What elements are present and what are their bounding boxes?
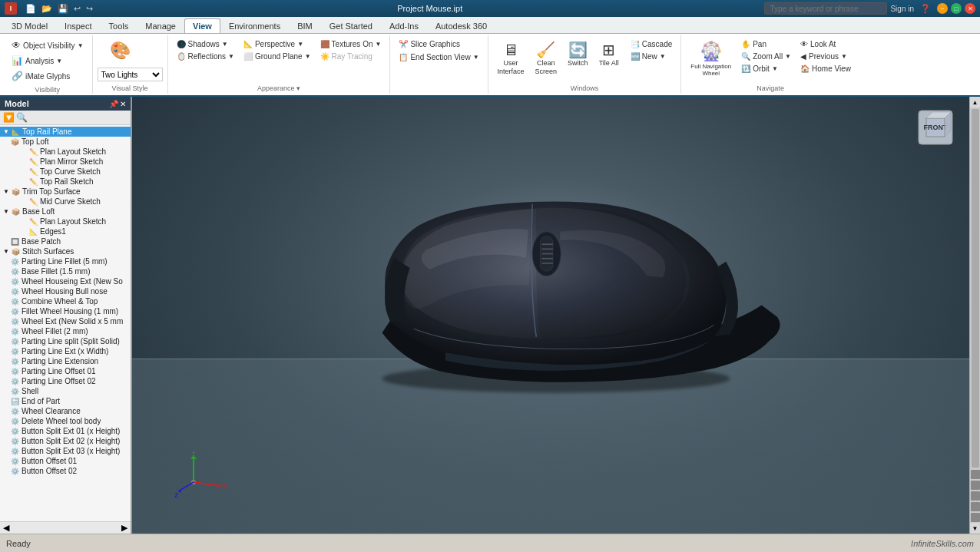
tree-item[interactable]: ✏️Plan Layout Sketch [0,217,131,226]
home-view-button[interactable]: 🏠 Home View [796,63,855,74]
tree-item[interactable]: 📐Edges1 [0,226,131,236]
full-nav-wheel-button[interactable]: 🎡 Full NavigationWheel [686,38,736,80]
expand-icon[interactable]: ▼ [3,128,11,135]
tree-item[interactable]: ▼📦Stitch Surfaces [0,246,131,256]
tree-item[interactable]: ▼📐Top Rail Plane [0,127,131,137]
scroll-right-icon[interactable]: ▶ [121,523,127,533]
panel-close-icon[interactable]: ✕ [120,100,126,108]
textures-button[interactable]: 🟫 Textures On ▼ [316,38,386,50]
ray-tracing-button[interactable]: ☀️ Ray Tracing [316,51,386,62]
tree-item[interactable]: ⚙️Fillet Wheel Housing (1 mm) [0,306,131,316]
tab-get-started[interactable]: Get Started [321,18,381,33]
tab-manage[interactable]: Manage [137,18,184,33]
help-icon[interactable]: ❓ [920,4,931,14]
viewport[interactable]: FRONT X Y Z [132,97,980,534]
shadows-button[interactable]: 🌑 Shadows ▼ [173,38,238,50]
orbit-button[interactable]: 🔃 Orbit ▼ [737,63,795,74]
tree-item[interactable]: ⚙️Parting Line Fillet (5 mm) [0,256,131,266]
tab-view[interactable]: View [184,18,220,33]
reflections-button[interactable]: 🪞 Reflections ▼ [173,51,238,62]
tree-item[interactable]: ⚙️Wheel Ext (New Solid x 5 mm [0,316,131,326]
tab-inspect[interactable]: Inspect [56,18,100,33]
tree-item[interactable]: ⚙️Base Fillet (1.5 mm) [0,266,131,276]
previous-button[interactable]: ◀ Previous ▼ [796,51,855,62]
tree-item[interactable]: ⚙️Wheel Housing Bull nose [0,286,131,296]
object-visibility-button[interactable]: 👁 Object Visibility ▼ [8,38,88,52]
end-section-button[interactable]: 📋 End Section View ▼ [395,51,482,63]
switch-button[interactable]: 🔄 Switch [563,38,593,70]
close-button[interactable]: ✕ [965,3,975,14]
side-icon-3[interactable] [971,491,980,501]
tree-item[interactable]: ⚙️Button Split Ext 03 (x Height) [0,446,131,456]
tab-environments[interactable]: Environments [220,18,289,33]
analysis-button[interactable]: 📊 Analysis ▼ [8,54,66,68]
cascade-button[interactable]: 📑 Cascade [627,38,676,50]
sign-in-button[interactable]: Sign in [890,5,914,13]
tab-tools[interactable]: Tools [101,18,137,33]
tree-item[interactable]: ⚙️Parting Line Extension [0,356,131,366]
tree-item[interactable]: ✏️Mid Curve Sketch [0,197,131,207]
zoom-all-button[interactable]: 🔍 Zoom All ▼ [737,51,795,62]
tab-3d-model[interactable]: 3D Model [3,18,56,33]
tree-item[interactable]: ▼📦Trim Top Surface [0,187,131,197]
panel-pin-icon[interactable]: 📌 [109,100,118,108]
tree-item[interactable]: ▼📦Base Loft [0,207,131,217]
side-icon-5[interactable] [971,513,980,522]
tree-item[interactable]: ⚙️Parting Line Ext (x Width) [0,346,131,356]
tree-item[interactable]: ⚙️Wheel Clearance [0,406,131,416]
imate-glyphs-button[interactable]: 🔗 iMate Glyphs [8,69,74,83]
pan-button[interactable]: ✋ Pan [737,38,795,50]
search-input[interactable] [764,2,887,15]
visual-style-large-btn[interactable]: 🎨 [98,38,144,63]
tree-item[interactable]: ⚙️Button Split Ext 01 (x Height) [0,426,131,436]
tree-item[interactable]: ✏️Top Rail Sketch [0,177,131,187]
tree-item[interactable]: 🔚End of Part [0,396,131,406]
side-icon-4[interactable] [971,502,980,511]
scroll-left-icon[interactable]: ◀ [3,523,9,533]
tree-item[interactable]: 🔲Base Patch [0,236,131,246]
tree-item[interactable]: ⚙️Button Offset 02 [0,466,131,476]
tree-item[interactable]: ⚙️Button Offset 01 [0,456,131,466]
perspective-button[interactable]: 📐 Perspective ▼ [240,38,315,50]
tree-item[interactable]: ✏️Plan Layout Sketch [0,147,131,157]
minimize-button[interactable]: − [937,3,948,14]
maximize-button[interactable]: □ [951,3,962,14]
look-at-button[interactable]: 👁 Look At [796,38,855,50]
tab-autodesk-360[interactable]: Autodesk 360 [427,18,495,33]
tree-item[interactable]: 📦Top Loft [0,137,131,147]
tree-item[interactable]: ⚙️Parting Line Offset 02 [0,376,131,386]
tree-item[interactable]: ⚙️Parting Line split (Split Solid) [0,336,131,346]
tree-item[interactable]: ⚙️Button Split Ext 02 (x Height) [0,436,131,446]
tree-item[interactable]: ⚙️Combine Wheel & Top [0,296,131,306]
tab-bim[interactable]: BIM [289,18,321,33]
tree-item[interactable]: ⚙️Delete Wheel tool body [0,416,131,426]
scroll-down-btn[interactable]: ▼ [970,523,981,534]
expand-icon[interactable]: ▼ [3,188,11,195]
tab-add-ins[interactable]: Add-Ins [381,18,427,33]
search-model-icon[interactable]: 🔍 [16,112,28,123]
new-window-button[interactable]: 🆕 New ▼ [627,51,676,62]
tree-item[interactable]: ✏️Top Curve Sketch [0,167,131,177]
tree-item[interactable]: ⚙️Wheel Fillet (2 mm) [0,326,131,336]
lights-dropdown[interactable]: Two Lights [98,68,163,81]
tile-all-button[interactable]: ⊞ Tile All [594,38,624,70]
expand-icon[interactable]: ▼ [3,248,11,255]
open-icon[interactable]: 📂 [39,2,55,15]
save-icon[interactable]: 💾 [55,2,71,15]
user-interface-button[interactable]: 🖥 UserInterface [493,38,529,78]
side-icon-1[interactable] [971,470,980,479]
ground-plane-button[interactable]: ⬜ Ground Plane ▼ [240,51,315,62]
tree-item[interactable]: ⚙️Wheel Houseing Ext (New So [0,276,131,286]
undo-icon[interactable]: ↩ [71,2,83,15]
expand-icon[interactable]: ▼ [3,208,11,215]
clean-screen-button[interactable]: 🧹 CleanScreen [531,38,562,78]
slice-graphics-button[interactable]: ✂️ Slice Graphics [395,38,463,50]
tree-item[interactable]: ✏️Plan Mirror Sketch [0,157,131,167]
new-icon[interactable]: 📄 [23,2,38,15]
tree-item[interactable]: ⚙️Parting Line Offset 01 [0,366,131,376]
redo-icon[interactable]: ↪ [84,2,95,15]
filter-icon[interactable]: 🔽 [3,112,15,123]
scroll-up-btn[interactable]: ▲ [970,97,981,107]
orientation-cube[interactable]: FRONT [914,106,957,149]
side-icon-2[interactable] [971,481,980,490]
